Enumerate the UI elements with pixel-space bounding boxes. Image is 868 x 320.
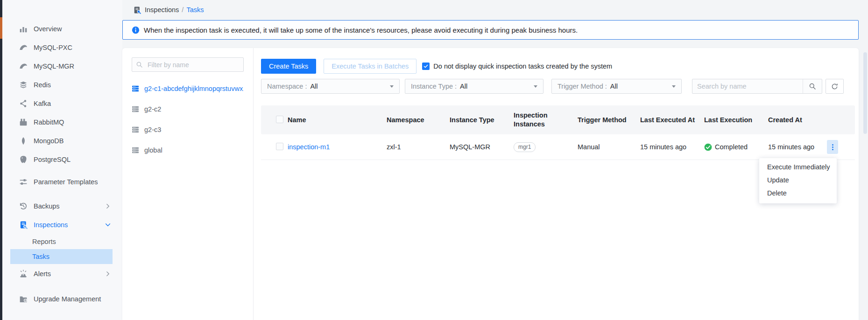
row-cell-select <box>261 143 288 152</box>
create-tasks-button[interactable]: Create Tasks <box>261 59 316 74</box>
cluster-label: g2-c3 <box>144 126 161 133</box>
hide-quick-tasks-label[interactable]: Do not display quick inspection tasks cr… <box>433 63 612 70</box>
execute-batches-button[interactable]: Execute Tasks in Batches <box>324 59 416 74</box>
info-alert: When the inspection task is executed, it… <box>122 20 859 40</box>
cluster-item-g2-c1[interactable]: g2-c1-abcdefghijklmnopqrstuvwx... <box>132 78 244 99</box>
sidebar-item-reports[interactable]: Reports <box>10 234 113 249</box>
sidebar-item-overview[interactable]: Overview <box>2 20 122 38</box>
row-actions-kebab-button[interactable] <box>827 140 838 154</box>
sidebar-item-mysql-pxc[interactable]: MySQL-PXC <box>2 38 122 57</box>
chevron-right-icon <box>105 271 111 277</box>
cluster-filter-input[interactable] <box>147 61 240 69</box>
menu-item-execute-immediately[interactable]: Execute Immediately <box>759 160 837 174</box>
sidebar-item-rabbitmq[interactable]: RabbitMQ <box>2 113 122 132</box>
sidebar-item-postgresql[interactable]: PostgreSQL <box>2 150 122 169</box>
row-cell-last-executed-at: 15 minutes ago <box>640 143 704 151</box>
sidebar-item-mysql-mgr[interactable]: MySQL-MGR <box>2 57 122 76</box>
mysql-dolphin-icon <box>19 62 28 70</box>
filter-bar: Namespace : All Instance Type : All Trig… <box>261 79 855 94</box>
search-icon[interactable] <box>803 79 822 93</box>
sidebar-item-kafka[interactable]: Kafka <box>2 94 122 113</box>
namespace-select-value: All <box>310 83 318 90</box>
header-cell-last-executed-at: Last Executed At <box>640 116 704 124</box>
sidebar-item-label: Backups <box>34 202 60 211</box>
instance-badge: mgr1 <box>514 142 536 152</box>
menu-item-delete[interactable]: Delete <box>759 187 837 200</box>
cluster-filter <box>132 57 244 72</box>
sidebar-item-label: MySQL-MGR <box>34 62 74 71</box>
app: { "colors": { "primary_blue": "#1779fa",… <box>0 0 868 320</box>
server-stack-icon <box>132 85 139 92</box>
sidebar-item-label: Parameter Templates <box>34 178 98 187</box>
sidebar-item-tasks[interactable]: Tasks <box>10 249 113 264</box>
hide-quick-tasks-checkbox[interactable] <box>422 63 430 70</box>
select-all-checkbox[interactable] <box>276 116 283 123</box>
sidebar-item-backups[interactable]: Backups <box>2 197 122 216</box>
cluster-item-global[interactable]: global <box>132 140 244 160</box>
inspection-clipboard-icon <box>19 221 28 229</box>
server-stack-icon <box>132 105 139 113</box>
parameter-sliders-icon <box>19 178 28 186</box>
refresh-icon <box>831 83 838 90</box>
instance-type-select-label: Instance Type : <box>411 83 457 90</box>
row-cell-name: inspection-m1 <box>288 143 387 151</box>
menu-item-update[interactable]: Update <box>759 174 837 187</box>
row-actions-menu: Execute Immediately Update Delete <box>759 158 837 203</box>
sidebar-item-label: Kafka <box>34 99 51 108</box>
backup-restore-icon <box>19 202 28 210</box>
breadcrumb-current[interactable]: Tasks <box>186 6 204 14</box>
sidebar-item-label: Inspections <box>34 221 68 230</box>
sidebar-item-label: RabbitMQ <box>34 118 64 127</box>
trigger-method-select[interactable]: Trigger Method : All <box>551 79 682 94</box>
sidebar-item-mongodb[interactable]: MongoDB <box>2 132 122 150</box>
main-content: Inspections / Tasks When the inspection … <box>122 0 868 320</box>
sidebar-item-label: MongoDB <box>34 137 64 146</box>
rabbitmq-icon <box>19 118 28 126</box>
layers-icon <box>19 81 28 89</box>
vertical-scrollbar-thumb[interactable] <box>863 52 867 134</box>
namespace-select[interactable]: Namespace : All <box>261 79 400 94</box>
sidebar-item-label: Redis <box>34 81 51 90</box>
table-row: inspection-m1 zxl-1 MySQL-MGR mgr1 Manua… <box>261 134 855 160</box>
sidebar-item-alerts[interactable]: Alerts <box>2 264 122 283</box>
task-name-link[interactable]: inspection-m1 <box>288 143 330 151</box>
cluster-item-g2-c2[interactable]: g2-c2 <box>132 99 244 119</box>
sidebar-item-inspections[interactable]: Inspections <box>2 216 122 234</box>
sidebar-item-label: Tasks <box>32 253 49 260</box>
content-card: g2-c1-abcdefghijklmnopqrstuvwx... g2-c2 … <box>122 48 859 320</box>
namespace-select-label: Namespace : <box>267 83 307 90</box>
row-checkbox[interactable] <box>276 143 283 150</box>
header-cell-select <box>261 116 288 125</box>
execution-status: Completed <box>704 143 768 151</box>
folder-gear-icon <box>19 295 28 303</box>
tasks-table: Name Namespace Instance Type Inspection … <box>261 105 855 160</box>
cluster-label: g2-c2 <box>144 105 161 113</box>
mongodb-leaf-icon <box>19 137 28 145</box>
server-stack-icon <box>132 126 139 133</box>
sidebar-item-redis[interactable]: Redis <box>2 76 122 94</box>
row-cell-trigger-method: Manual <box>578 143 640 151</box>
table-header: Name Namespace Instance Type Inspection … <box>261 105 855 134</box>
sidebar: Overview MySQL-PXC MySQL-MGR Redis Kafka… <box>2 0 122 320</box>
header-cell-instance-type: Instance Type <box>450 116 514 124</box>
status-text: Completed <box>715 143 748 151</box>
refresh-button[interactable] <box>826 79 844 94</box>
sidebar-item-label: MySQL-PXC <box>34 43 72 52</box>
breadcrumb: Inspections / Tasks <box>133 4 204 16</box>
row-cell-namespace: zxl-1 <box>387 143 450 151</box>
search-by-name-input[interactable] <box>692 79 803 93</box>
header-cell-created-at: Created At <box>768 116 827 124</box>
info-icon <box>132 26 140 34</box>
trigger-method-select-label: Trigger Method : <box>557 83 607 90</box>
toolbar: Create Tasks Execute Tasks in Batches Do… <box>261 59 855 74</box>
header-cell-name: Name <box>288 116 387 124</box>
sidebar-item-label: PostgreSQL <box>34 155 71 164</box>
instance-type-select[interactable]: Instance Type : All <box>405 79 543 94</box>
inspection-clipboard-icon <box>133 6 141 14</box>
caret-down-icon <box>672 85 676 88</box>
sidebar-item-upgrade-management[interactable]: Upgrade Management <box>2 286 122 312</box>
breadcrumb-section[interactable]: Inspections <box>145 6 179 14</box>
row-cell-created-at: 15 minutes ago <box>768 143 827 151</box>
sidebar-item-parameter-templates[interactable]: Parameter Templates <box>2 169 122 195</box>
cluster-item-g2-c3[interactable]: g2-c3 <box>132 119 244 140</box>
